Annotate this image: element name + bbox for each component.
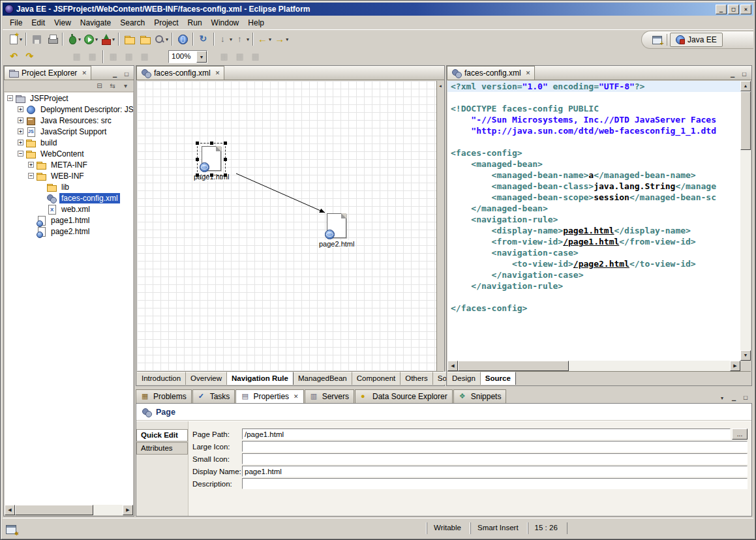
source-editor-tab[interactable]: faces-config.xml ✕	[447, 66, 535, 80]
tab-properties[interactable]: Properties✕	[235, 389, 303, 403]
code-line[interactable]: </navigation-case>	[447, 269, 740, 280]
diagram-tab-component[interactable]: Component	[352, 372, 401, 385]
tree-item-jsfproject[interactable]: −JSFProject	[5, 93, 133, 104]
diagram-tab-navigation-rule[interactable]: Navigation Rule	[227, 372, 294, 385]
page1-node[interactable]: page1.html	[193, 146, 230, 181]
scroll-right-icon[interactable]: ▶	[123, 505, 133, 515]
horizontal-scrollbar[interactable]: ◀ ▶	[447, 361, 740, 371]
tree-item-faces-config-xml[interactable]: faces-config.xml	[5, 192, 133, 203]
display-name-input[interactable]	[242, 466, 748, 477]
small-icon-input[interactable]	[242, 453, 748, 464]
code-line[interactable]: <faces-config>	[447, 147, 740, 158]
code-line[interactable]	[447, 92, 740, 103]
selection-handle[interactable]	[196, 173, 199, 177]
diagram-tab-managedbean[interactable]: ManagedBean	[294, 372, 352, 385]
diagram-editor-tab[interactable]: faces-config.xml ✕	[136, 66, 224, 80]
tab-problems[interactable]: Problems	[136, 389, 192, 403]
back-button[interactable]: ▾	[256, 31, 273, 47]
menu-search[interactable]: Search	[115, 16, 149, 29]
import-wtp-button[interactable]	[121, 31, 137, 47]
selection-handle[interactable]	[224, 158, 227, 161]
code-line[interactable]: <managed-bean>	[447, 158, 740, 170]
menu-project[interactable]: Project	[149, 16, 183, 29]
code-line[interactable]: </managed-bean>	[447, 203, 740, 214]
export-wtp-button[interactable]	[137, 31, 153, 47]
browse-button[interactable]: ...	[732, 428, 748, 440]
code-line[interactable]: <managed-bean-scope>session</managed-bea…	[447, 192, 740, 203]
description-input[interactable]	[242, 478, 748, 489]
page2-node[interactable]: page2.html	[318, 213, 355, 248]
menu-edit[interactable]: Edit	[27, 16, 50, 29]
maximize-view-button[interactable]: ☐	[740, 394, 751, 403]
debug-button[interactable]: ▾	[65, 31, 82, 47]
menu-file[interactable]: File	[5, 16, 27, 29]
code-line[interactable]: <?xml version="1.0" encoding="UTF-8"?>	[447, 81, 740, 92]
tree-item-build[interactable]: +build	[5, 137, 133, 148]
tree-item-meta-inf[interactable]: +META-INF	[5, 159, 133, 170]
forward-button[interactable]: ▾	[273, 31, 290, 47]
title-bar[interactable]: Java EE - JSFProject/WebContent/WEB-INF/…	[3, 3, 753, 16]
zoom-combo[interactable]: 100%▼	[168, 50, 207, 63]
expand-icon[interactable]: +	[18, 106, 23, 112]
tree-item-webcontent[interactable]: −WebContent	[5, 148, 133, 159]
horizontal-scrollbar[interactable]: ◀ ▶	[5, 505, 133, 515]
diagram-canvas[interactable]: page1.html page2.html ◂	[137, 81, 444, 371]
menu-view[interactable]: View	[50, 16, 76, 29]
undo-button[interactable]	[7, 49, 22, 65]
close-icon[interactable]: ✕	[294, 393, 299, 400]
close-button[interactable]: ✕	[740, 5, 751, 14]
tree-item-java-resources-src[interactable]: +Java Resources: src	[5, 115, 133, 126]
expand-icon[interactable]: +	[18, 128, 23, 134]
scrollbar-thumb[interactable]	[740, 91, 751, 150]
fast-view-icon[interactable]	[6, 525, 16, 534]
selection-handle[interactable]	[210, 173, 213, 177]
side-tab-quick-edit[interactable]: Quick Edit	[136, 429, 188, 442]
tab-snippets[interactable]: Snippets	[453, 389, 507, 403]
collapse-icon[interactable]: −	[18, 151, 23, 157]
selection-handle[interactable]	[196, 158, 199, 161]
scrollbar-thumb[interactable]	[15, 505, 93, 515]
collapse-icon[interactable]: −	[28, 173, 34, 179]
tree-item-javascript-support[interactable]: +JavaScript Support	[5, 126, 133, 137]
selection-handle[interactable]	[196, 142, 199, 145]
code-line[interactable]: <navigation-case>	[447, 247, 740, 258]
code-line[interactable]	[447, 292, 740, 303]
selection-handle[interactable]	[224, 173, 227, 177]
tree-item-deployment-descriptor-js[interactable]: +Deployment Descriptor: JS	[5, 104, 133, 115]
vertical-scrollbar[interactable]: ▲ ▼	[740, 81, 751, 361]
expand-icon[interactable]: +	[18, 117, 23, 123]
large-icon-input[interactable]	[242, 441, 748, 452]
link-with-editor-button[interactable]: ⇆	[107, 81, 118, 91]
diagram-tab-others[interactable]: Others	[401, 372, 433, 385]
selection-handle[interactable]	[224, 142, 227, 145]
minimize-view-button[interactable]: ▁	[729, 394, 739, 403]
source-tab-design[interactable]: Design	[447, 372, 481, 385]
run-button[interactable]: ▾	[82, 31, 99, 47]
collapse-icon[interactable]: −	[7, 95, 13, 101]
menu-window[interactable]: Window	[207, 16, 244, 29]
code-line[interactable]: <!DOCTYPE faces-config PUBLIC	[447, 103, 740, 114]
xml-source-code[interactable]: <?xml version="1.0" encoding="UTF-8"?> <…	[447, 81, 740, 361]
collapse-all-button[interactable]: ⊟	[94, 81, 105, 91]
code-line[interactable]	[447, 136, 740, 147]
scroll-up-icon[interactable]: ▲	[740, 81, 751, 91]
relaunch-button[interactable]	[196, 31, 211, 47]
selection-handle[interactable]	[210, 142, 213, 145]
close-icon[interactable]: ✕	[526, 70, 531, 76]
code-line[interactable]: <display-name>page1.html</display-name>	[447, 225, 740, 236]
next-annotation-button[interactable]: ▾	[217, 31, 234, 47]
close-icon[interactable]: ✕	[215, 70, 220, 76]
new-wizard-button[interactable]: ▾	[7, 31, 23, 47]
view-menu-button[interactable]: ▾	[120, 81, 131, 91]
tree-item-lib[interactable]: lib	[5, 181, 133, 192]
minimize-button[interactable]: _	[716, 5, 727, 14]
open-perspective-button[interactable]	[650, 33, 664, 46]
code-line[interactable]: </navigation-rule>	[447, 280, 740, 292]
palette-flyout[interactable]: ◂	[436, 81, 444, 371]
tree-item-page1-html[interactable]: page1.html	[5, 215, 133, 226]
maximize-button[interactable]: □	[728, 5, 739, 14]
source-tab-source[interactable]: Source	[481, 372, 516, 385]
menu-navigate[interactable]: Navigate	[76, 16, 115, 29]
code-line[interactable]: <to-view-id>/page2.html</to-view-id>	[447, 258, 740, 269]
tab-servers[interactable]: Servers	[305, 389, 354, 403]
